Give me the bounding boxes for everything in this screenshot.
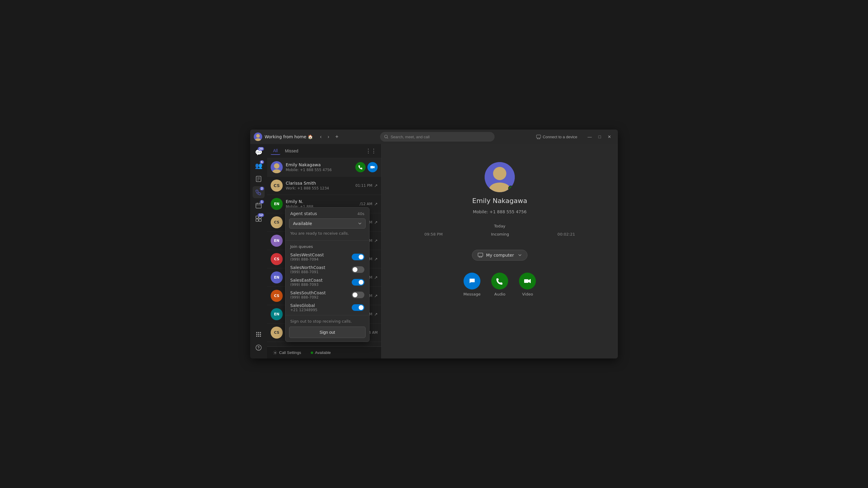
- call-end-icon: ↗: [374, 257, 378, 261]
- audio-button[interactable]: [491, 272, 508, 290]
- video-button[interactable]: [367, 162, 378, 172]
- svg-point-20: [256, 332, 257, 333]
- queue-info: SalesWestCoast (999) 888-7094: [290, 253, 324, 261]
- app-window: Working from home 🏠 ‹ › + Connect to a d…: [250, 130, 618, 358]
- people-badge: 6: [260, 160, 264, 164]
- queue-name: SalesEastCoast: [290, 278, 322, 283]
- notes-icon: [255, 175, 262, 182]
- maximize-button[interactable]: □: [595, 133, 604, 140]
- sidebar-item-help[interactable]: [253, 341, 265, 354]
- agent-status-value: Available: [293, 221, 312, 226]
- sidebar-item-calls[interactable]: 2: [253, 186, 265, 198]
- video-call-button[interactable]: [519, 272, 536, 290]
- svg-rect-18: [256, 219, 258, 221]
- svg-point-0: [256, 134, 260, 138]
- call-end-icon: ↗: [374, 293, 378, 298]
- connect-device-button[interactable]: Connect to a device: [534, 133, 580, 140]
- avatar: [271, 161, 283, 173]
- svg-point-29: [256, 345, 261, 350]
- available-status-button[interactable]: Available: [308, 349, 333, 356]
- contact-sub: Mobile: +1 888 555 4756: [286, 168, 352, 172]
- search-icon: [384, 135, 388, 139]
- call-time: 01:11 PM: [355, 184, 372, 188]
- agent-status-title: Agent status: [290, 211, 317, 216]
- queue-phone: +21 12348995: [290, 308, 317, 312]
- message-button[interactable]: [464, 272, 480, 290]
- contact-detail-panel: Emily Nakagawa Mobile: +1 888 555 4756 T…: [381, 144, 618, 358]
- sidebar-item-notes[interactable]: [253, 173, 265, 185]
- title-bar: Working from home 🏠 ‹ › + Connect to a d…: [250, 130, 618, 144]
- history-date: Today: [424, 224, 575, 228]
- history-time: 09:58 PM: [424, 232, 443, 236]
- agent-ready-text: You are ready to receive calls.: [285, 231, 369, 239]
- sign-out-button[interactable]: Sign out: [289, 327, 366, 338]
- svg-point-32: [273, 169, 281, 173]
- tab-missed[interactable]: Missed: [283, 147, 301, 155]
- contact-avatar-large: [485, 162, 515, 192]
- back-button[interactable]: ‹: [318, 133, 324, 141]
- help-icon: [255, 344, 262, 351]
- svg-line-3: [387, 138, 388, 138]
- call-end-icon: ↗: [374, 183, 378, 188]
- device-name: My computer: [486, 253, 514, 258]
- agent-status-select[interactable]: Available: [289, 218, 366, 229]
- sidebar-bottom: [253, 328, 265, 356]
- calls-panel: All Missed ⋮⋮ Emily Nakagawa Mobile: +: [267, 144, 381, 358]
- sidebar-item-calendar[interactable]: 1: [253, 199, 265, 212]
- video-label: Video: [522, 292, 533, 296]
- sidebar-item-grid[interactable]: [253, 328, 265, 340]
- queue-toggle-salesnorthcoast[interactable]: [352, 266, 364, 273]
- minimize-button[interactable]: —: [585, 133, 595, 140]
- message-label: Message: [464, 292, 481, 296]
- queue-toggle-salesglobal[interactable]: [352, 304, 364, 311]
- call-settings-button[interactable]: Call Settings: [271, 349, 304, 356]
- queue-toggle-salessouthcoast[interactable]: [352, 292, 364, 298]
- avatar: EN: [271, 271, 283, 284]
- queue-name: SalesNorthCoast: [290, 265, 325, 270]
- more-options-button[interactable]: ⋮⋮: [364, 147, 378, 156]
- queue-toggle-saleswestcoast[interactable]: [352, 254, 364, 260]
- call-end-icon: ↗: [374, 312, 378, 317]
- phone-button[interactable]: [355, 162, 366, 172]
- tab-all[interactable]: All: [271, 147, 280, 155]
- sidebar-item-apps[interactable]: 12: [253, 213, 265, 225]
- svg-point-25: [260, 334, 261, 335]
- list-item[interactable]: CS Clarissa Smith Work: +1 888 555 1234 …: [267, 176, 381, 195]
- apps-badge: 12: [258, 213, 264, 217]
- join-queues-label: Join queues: [285, 242, 369, 251]
- search-input[interactable]: [391, 135, 490, 139]
- call-end-icon: ↗: [374, 220, 378, 225]
- audio-action[interactable]: Audio: [491, 272, 508, 296]
- svg-point-23: [256, 334, 257, 335]
- contact-phone: Mobile: +1 888 555 4756: [473, 209, 527, 214]
- close-button[interactable]: ✕: [604, 133, 614, 140]
- svg-rect-37: [478, 253, 483, 256]
- queue-phone: (999) 888-7092: [290, 295, 326, 299]
- monitor-icon: [478, 253, 483, 258]
- grid-icon: [255, 331, 262, 338]
- sidebar-item-activity[interactable]: 💬 20: [253, 147, 265, 158]
- avatar: EN: [271, 235, 283, 247]
- calendar-badge: 1: [260, 200, 264, 204]
- agent-select-wrapper: Available: [285, 218, 369, 231]
- message-action[interactable]: Message: [464, 272, 481, 296]
- device-selector[interactable]: My computer: [472, 250, 527, 261]
- call-time: /12 AM: [360, 202, 373, 206]
- new-tab-button[interactable]: +: [333, 133, 341, 141]
- queue-item-salesnorthcoast: SalesNorthCoast (999) 888-7091: [285, 263, 369, 276]
- svg-rect-12: [256, 203, 261, 208]
- sidebar-item-people[interactable]: 👥 6: [253, 160, 265, 172]
- agent-status-popup: Agent status 40s Available You are ready…: [285, 207, 370, 342]
- main-layout: 💬 20 👥 6 2: [250, 144, 618, 358]
- svg-point-1: [255, 138, 261, 141]
- activity-badge: 20: [258, 147, 264, 151]
- call-actions: /12 AM ↗: [360, 201, 378, 206]
- window-title: Working from home 🏠: [265, 134, 313, 139]
- video-action[interactable]: Video: [519, 272, 536, 296]
- queue-toggle-saleseastcoast[interactable]: [352, 279, 364, 286]
- queue-item-salesglobal: SalesGlobal +21 12348995: [285, 301, 369, 314]
- contact-actions: Message Audio: [464, 272, 536, 296]
- call-info: Emily Nakagawa Mobile: +1 888 555 4756: [286, 162, 352, 172]
- list-item[interactable]: Emily Nakagawa Mobile: +1 888 555 4756: [267, 158, 381, 176]
- forward-button[interactable]: ›: [325, 133, 332, 141]
